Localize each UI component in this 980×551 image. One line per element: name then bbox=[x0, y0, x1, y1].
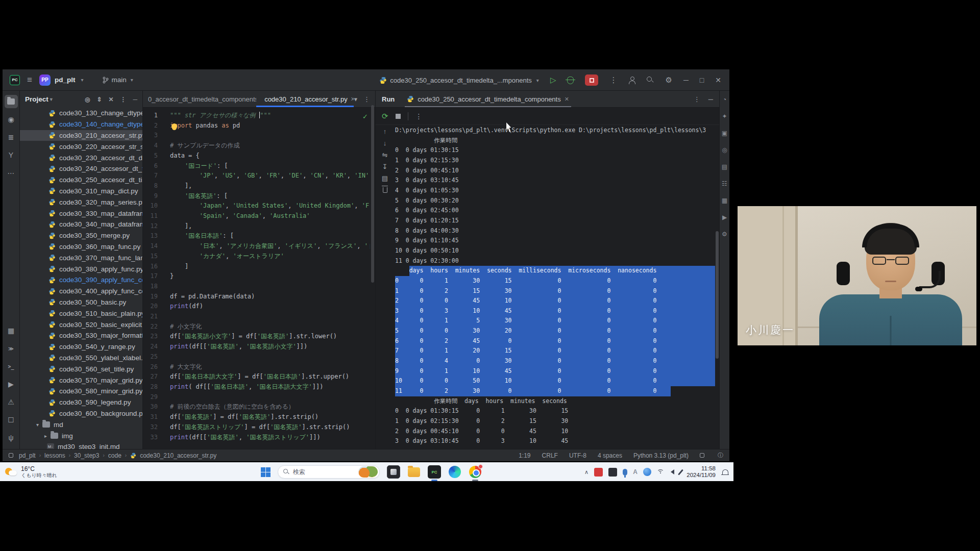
more-actions-icon[interactable]: ⋮ bbox=[609, 76, 617, 85]
minimize-button[interactable]: ─ bbox=[683, 76, 689, 84]
tree-item[interactable]: code30_590_legend.py bbox=[20, 397, 142, 408]
microphone-icon[interactable] bbox=[623, 469, 627, 475]
expand-collapse-icon[interactable]: ⇕ bbox=[96, 96, 102, 103]
tray-app-dark-icon[interactable] bbox=[608, 468, 617, 477]
print-icon[interactable]: ▤ bbox=[382, 174, 388, 182]
panel-options-icon[interactable]: ⋮ bbox=[120, 96, 126, 103]
intention-bulb-icon[interactable] bbox=[172, 123, 177, 129]
chrome-browser-icon[interactable] bbox=[469, 465, 482, 479]
lock-icon[interactable] bbox=[700, 453, 704, 458]
tree-item[interactable]: code30_390_apply_func_complex bbox=[20, 274, 142, 286]
chevron-icon[interactable]: ▸ bbox=[44, 433, 51, 439]
tree-item[interactable]: code30_240_accsesor_dt_timedelta bbox=[20, 163, 142, 174]
debug-button[interactable] bbox=[567, 77, 574, 84]
calendar-icon[interactable]: ▦ bbox=[722, 197, 727, 204]
tree-item[interactable]: code30_220_accesor_str_split.py bbox=[20, 141, 142, 152]
hidden-tabs-icon[interactable]: ▾ bbox=[354, 95, 357, 103]
editor-scrollbar[interactable] bbox=[371, 105, 374, 283]
tree-item[interactable]: code30_210_accesor_str.py bbox=[20, 130, 142, 141]
tree-item[interactable]: code30_330_map_dataframe.py bbox=[20, 208, 142, 219]
ime-mode-icon[interactable]: A bbox=[633, 468, 638, 475]
services-tool-icon[interactable]: ▶ bbox=[5, 378, 18, 391]
hide-panel-icon[interactable]: ─ bbox=[708, 95, 713, 103]
tree-item[interactable]: code30_140_change_dtype_timede bbox=[20, 119, 142, 130]
taskbar-search[interactable]: 検索 bbox=[278, 465, 380, 479]
profiler-icon[interactable]: ▤ bbox=[722, 163, 727, 170]
gradle-icon[interactable]: ☷ bbox=[722, 180, 727, 187]
chevron-icon[interactable]: ▾ bbox=[36, 422, 42, 428]
start-button[interactable] bbox=[261, 467, 271, 477]
plugins-icon[interactable]: ⚙ bbox=[722, 231, 727, 238]
console-scrollbar[interactable] bbox=[716, 231, 719, 359]
tree-item[interactable]: code30_580_minor_grid.py bbox=[20, 386, 142, 397]
editor-tab[interactable]: 0_accesor_dt_timedelta_components.py bbox=[143, 91, 256, 107]
tree-item[interactable]: code30_350_merge.py bbox=[20, 230, 142, 241]
close-icon[interactable]: ✕ bbox=[351, 96, 354, 103]
problems-tool-icon[interactable]: ⚠ bbox=[5, 395, 18, 409]
tree-item[interactable]: code30_530_major_formatter.py bbox=[20, 330, 142, 341]
tree-item[interactable]: M↓md30_step3_init.md bbox=[20, 441, 142, 449]
tray-app-red-icon[interactable] bbox=[594, 468, 603, 477]
tree-item[interactable]: code30_570_major_grid.py bbox=[20, 374, 142, 386]
run-tab[interactable]: code30_250_accesor_dt_timedelta_componen… bbox=[402, 91, 574, 107]
vcs-tool-icon[interactable]: ψ bbox=[5, 431, 18, 444]
editor-code[interactable]: """ str アクセサの様々な例 """import pandas as pd… bbox=[170, 111, 370, 442]
tree-item[interactable]: code30_600_background.py bbox=[20, 408, 142, 419]
run-console-output[interactable]: D:\projects\lessons\pd_plt\.venv\Scripts… bbox=[395, 126, 715, 449]
tree-item[interactable]: code30_370_map_func_lambda.py bbox=[20, 252, 142, 263]
editor-tab[interactable]: code30_210_accesor_str.py✕ bbox=[256, 91, 354, 107]
taskbar-clock[interactable]: 11:58 2024/11/09 bbox=[687, 465, 716, 479]
tree-item[interactable]: code30_560_set_title.py bbox=[20, 363, 142, 374]
breadcrumb-item[interactable]: 30_step3 bbox=[74, 452, 99, 459]
breadcrumb-item[interactable]: pd_plt bbox=[19, 452, 36, 459]
hide-panel-icon[interactable]: ─ bbox=[133, 96, 137, 103]
tree-item[interactable]: code30_230_accesor_dt_datetime.p bbox=[20, 152, 142, 163]
tree-item[interactable]: code30_320_map_series.py bbox=[20, 196, 142, 208]
rerun-icon[interactable]: ⟳ bbox=[382, 112, 388, 121]
jump-to-top-icon[interactable]: ↑ bbox=[383, 128, 387, 135]
vcs-branch-widget[interactable]: main ▾ bbox=[103, 76, 133, 84]
run-button[interactable]: ▷ bbox=[550, 76, 556, 85]
stop-button[interactable] bbox=[585, 74, 598, 86]
structure-tool-icon[interactable]: ≣ bbox=[5, 131, 18, 144]
maximize-button[interactable]: □ bbox=[700, 76, 704, 84]
weather-widget[interactable]: 16°C くもり時々晴れ bbox=[0, 466, 87, 479]
scroll-to-end-icon[interactable]: ↧ bbox=[382, 163, 388, 170]
pull-requests-tool-icon[interactable]: Y bbox=[5, 148, 18, 162]
project-widget[interactable]: PP pd_plt ▾ bbox=[39, 74, 84, 86]
python-packages-tool-icon[interactable]: ▦ bbox=[5, 324, 18, 337]
tray-expand-icon[interactable]: ∧ bbox=[584, 469, 589, 475]
pen-input-icon[interactable] bbox=[678, 469, 683, 475]
tree-item[interactable]: code30_380_apply_func.py bbox=[20, 263, 142, 274]
taskview-app-icon[interactable] bbox=[387, 465, 400, 479]
tray-app-blue-icon[interactable] bbox=[643, 468, 651, 476]
file-encoding[interactable]: UTF-8 bbox=[569, 452, 586, 459]
more-tools-icon[interactable]: ⋯ bbox=[5, 166, 18, 180]
stop-process-icon[interactable] bbox=[396, 114, 401, 119]
tab-options-icon[interactable]: ⋮ bbox=[363, 95, 370, 103]
settings-gear-icon[interactable]: ⚙ bbox=[665, 76, 672, 85]
tree-item[interactable]: code30_500_basic.py bbox=[20, 297, 142, 308]
ai-assistant-icon[interactable]: ✦ bbox=[722, 113, 727, 120]
tree-item[interactable]: code30_540_y_range.py bbox=[20, 341, 142, 353]
collapse-all-icon[interactable]: ✕ bbox=[108, 96, 113, 103]
coverage-icon[interactable]: ◎ bbox=[722, 146, 727, 154]
code-with-me-icon[interactable] bbox=[628, 77, 635, 84]
close-button[interactable]: ✕ bbox=[715, 76, 721, 84]
line-separator[interactable]: CRLF bbox=[542, 452, 558, 459]
locate-file-icon[interactable]: ◎ bbox=[85, 96, 90, 103]
search-everywhere-icon[interactable] bbox=[647, 77, 654, 84]
tree-item[interactable]: code30_340_map_dataframe_reset bbox=[20, 219, 142, 230]
jump-to-bottom-icon[interactable]: ↓ bbox=[383, 139, 387, 147]
pycharm-app-icon[interactable]: PC bbox=[428, 465, 441, 479]
tree-item[interactable]: code30_130_change_dtype.py bbox=[20, 108, 142, 119]
tree-item[interactable]: code30_510_basic_plain.py bbox=[20, 308, 142, 319]
project-tool-icon[interactable] bbox=[5, 95, 18, 108]
tree-item[interactable]: code30_400_apply_func_complex_ bbox=[20, 286, 142, 297]
soft-wrap-icon[interactable]: ⇋ bbox=[382, 151, 388, 159]
tree-item[interactable]: ▸img bbox=[20, 430, 142, 441]
terminal-tool-icon[interactable]: >_ bbox=[5, 360, 18, 373]
tree-item[interactable]: code30_250_accesor_dt_timedelta_ bbox=[20, 174, 142, 186]
todo-tool-icon[interactable]: ☐ bbox=[5, 413, 18, 427]
commit-tool-icon[interactable]: ◉ bbox=[5, 113, 18, 126]
